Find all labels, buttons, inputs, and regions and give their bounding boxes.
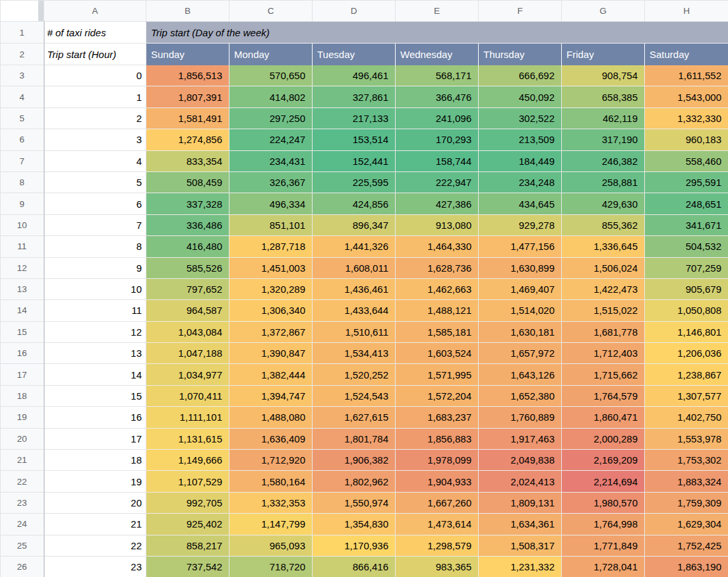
cell-G3[interactable]: 908,754 — [562, 65, 645, 86]
cell-D6[interactable]: 153,514 — [313, 129, 396, 150]
column-header-G[interactable]: G — [562, 1, 645, 22]
cell-B5[interactable]: 1,581,491 — [146, 107, 229, 129]
cell-D10[interactable]: 896,347 — [313, 214, 396, 235]
cell-B18[interactable]: 1,070,411 — [146, 385, 229, 406]
cell-A12-hour[interactable]: 9 — [44, 257, 146, 278]
select-all-corner[interactable] — [1, 1, 44, 22]
cell-F4[interactable]: 450,092 — [479, 86, 562, 107]
cell-G20[interactable]: 2,000,289 — [562, 428, 645, 449]
cell-H19[interactable]: 1,402,750 — [645, 407, 728, 428]
cell-E17[interactable]: 1,571,995 — [396, 364, 479, 385]
row-header-20[interactable]: 20 — [1, 428, 44, 449]
cell-H3[interactable]: 1,611,552 — [645, 65, 728, 86]
row-header-18[interactable]: 18 — [1, 385, 44, 406]
cell-H16[interactable]: 1,206,036 — [645, 343, 728, 364]
cell-H24[interactable]: 1,629,304 — [645, 514, 728, 535]
row-header-7[interactable]: 7 — [1, 150, 44, 171]
cell-C11[interactable]: 1,287,718 — [229, 236, 313, 257]
cell-D21[interactable]: 1,906,382 — [313, 450, 396, 471]
cell-B10[interactable]: 336,486 — [146, 214, 229, 235]
cell-D17[interactable]: 1,520,252 — [313, 364, 396, 385]
row-header-12[interactable]: 12 — [1, 257, 44, 278]
cell-F26[interactable]: 1,231,332 — [479, 556, 562, 577]
cell-C9[interactable]: 496,334 — [229, 193, 313, 214]
cell-G23[interactable]: 1,980,570 — [562, 492, 645, 513]
cell-C12[interactable]: 1,451,003 — [229, 257, 313, 278]
cell-C10[interactable]: 851,101 — [229, 214, 313, 235]
cell-E22[interactable]: 1,904,933 — [396, 471, 479, 492]
cell-F2-day-header[interactable]: Thursday — [479, 44, 562, 65]
cell-B17[interactable]: 1,034,977 — [146, 364, 229, 385]
cell-A10-hour[interactable]: 7 — [44, 214, 146, 235]
cell-A7-hour[interactable]: 4 — [44, 150, 146, 171]
column-header-E[interactable]: E — [396, 1, 479, 22]
cell-D20[interactable]: 1,801,784 — [313, 428, 396, 449]
freeze-handle-icon[interactable] — [38, 1, 44, 21]
column-header-D[interactable]: D — [313, 1, 396, 22]
cell-D22[interactable]: 1,802,962 — [313, 471, 396, 492]
cell-H15[interactable]: 1,146,801 — [645, 321, 728, 342]
cell-C8[interactable]: 326,367 — [229, 171, 313, 193]
cell-B19[interactable]: 1,111,101 — [146, 407, 229, 428]
cell-H10[interactable]: 341,671 — [645, 214, 728, 235]
cell-A2[interactable]: Trip start (Hour) — [44, 44, 146, 65]
row-header-4[interactable]: 4 — [1, 86, 44, 107]
cell-E19[interactable]: 1,683,237 — [396, 407, 479, 428]
cell-F11[interactable]: 1,477,156 — [479, 236, 562, 257]
cell-H18[interactable]: 1,307,577 — [645, 385, 728, 406]
cell-F21[interactable]: 2,049,838 — [479, 450, 562, 471]
cell-C2-day-header[interactable]: Monday — [229, 44, 313, 65]
cell-H8[interactable]: 295,591 — [645, 171, 728, 193]
cell-B3[interactable]: 1,856,513 — [146, 65, 229, 86]
cell-C20[interactable]: 1,636,409 — [229, 428, 313, 449]
cell-F7[interactable]: 184,449 — [479, 150, 562, 171]
cell-C4[interactable]: 414,802 — [229, 86, 313, 107]
cell-D19[interactable]: 1,627,615 — [313, 407, 396, 428]
cell-B11[interactable]: 416,480 — [146, 236, 229, 257]
cell-E7[interactable]: 158,744 — [396, 150, 479, 171]
cell-G25[interactable]: 1,771,849 — [562, 535, 645, 556]
cell-H11[interactable]: 504,532 — [645, 236, 728, 257]
cell-A5-hour[interactable]: 2 — [44, 107, 146, 129]
cell-E2-day-header[interactable]: Wednesday — [396, 44, 479, 65]
cell-G24[interactable]: 1,764,998 — [562, 514, 645, 535]
row-header-10[interactable]: 10 — [1, 214, 44, 235]
cell-F16[interactable]: 1,657,972 — [479, 343, 562, 364]
cell-F24[interactable]: 1,634,361 — [479, 514, 562, 535]
cell-C6[interactable]: 224,247 — [229, 129, 313, 150]
cell-F15[interactable]: 1,630,181 — [479, 321, 562, 342]
cell-H20[interactable]: 1,553,978 — [645, 428, 728, 449]
cell-C14[interactable]: 1,306,340 — [229, 300, 313, 321]
cell-F22[interactable]: 2,024,413 — [479, 471, 562, 492]
cell-B26[interactable]: 737,542 — [146, 556, 229, 577]
cell-D26[interactable]: 866,416 — [313, 556, 396, 577]
cell-D8[interactable]: 225,595 — [313, 171, 396, 193]
cell-B13[interactable]: 797,652 — [146, 278, 229, 299]
cell-C5[interactable]: 297,250 — [229, 107, 313, 129]
cell-D23[interactable]: 1,550,974 — [313, 492, 396, 513]
row-header-11[interactable]: 11 — [1, 236, 44, 257]
cell-H13[interactable]: 905,679 — [645, 278, 728, 299]
cell-H22[interactable]: 1,883,324 — [645, 471, 728, 492]
cell-F25[interactable]: 1,508,317 — [479, 535, 562, 556]
cell-F6[interactable]: 213,509 — [479, 129, 562, 150]
cell-G19[interactable]: 1,860,471 — [562, 407, 645, 428]
row-header-15[interactable]: 15 — [1, 321, 44, 342]
cell-B6[interactable]: 1,274,856 — [146, 129, 229, 150]
cell-G17[interactable]: 1,715,662 — [562, 364, 645, 385]
cell-E26[interactable]: 983,365 — [396, 556, 479, 577]
row-header-23[interactable]: 23 — [1, 492, 44, 513]
cell-H2-day-header[interactable]: Saturday — [645, 44, 728, 65]
cell-A1[interactable]: # of taxi rides — [44, 22, 146, 44]
cell-F19[interactable]: 1,760,889 — [479, 407, 562, 428]
cell-D5[interactable]: 217,133 — [313, 107, 396, 129]
cell-A17-hour[interactable]: 14 — [44, 364, 146, 385]
cell-A3-hour[interactable]: 0 — [44, 65, 146, 86]
row-header-5[interactable]: 5 — [1, 107, 44, 129]
cell-E4[interactable]: 366,476 — [396, 86, 479, 107]
cell-D18[interactable]: 1,524,543 — [313, 385, 396, 406]
cell-D3[interactable]: 496,461 — [313, 65, 396, 86]
cell-B2-day-header[interactable]: Sunday — [146, 44, 229, 65]
cell-G14[interactable]: 1,515,022 — [562, 300, 645, 321]
cell-D25[interactable]: 1,170,936 — [313, 535, 396, 556]
